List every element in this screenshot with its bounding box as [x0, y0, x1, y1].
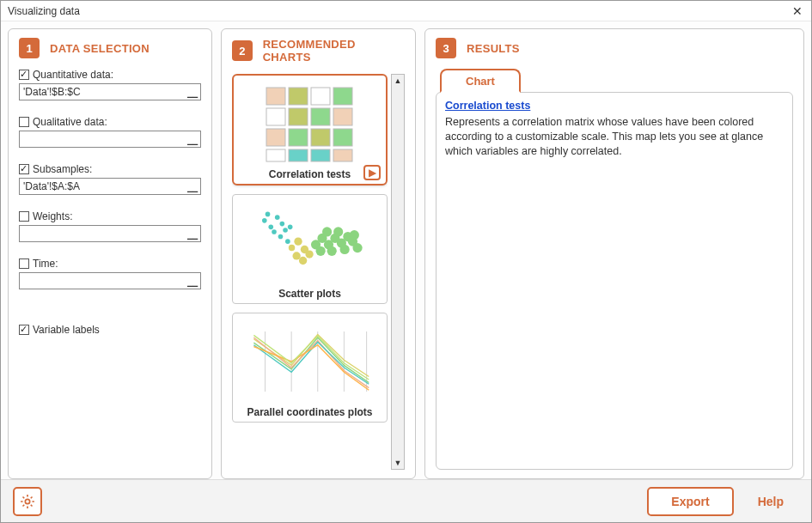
svg-rect-11 — [333, 129, 352, 146]
svg-rect-10 — [311, 129, 330, 146]
results-panel: 3 RESULTS Chart Correlation tests Repres… — [424, 28, 804, 479]
subsamples-checkbox[interactable] — [19, 164, 29, 174]
svg-point-17 — [268, 225, 273, 230]
results-tabbar: Chart — [436, 69, 793, 93]
quantitative-input[interactable]: 'Data'!$B:$C ▁▁ — [19, 83, 201, 100]
time-field: Time: ▁▁ — [19, 258, 201, 289]
quantitative-range-picker-icon[interactable]: ▁▁ — [185, 84, 200, 100]
panel-title-selection: DATA SELECTION — [50, 42, 150, 55]
svg-point-25 — [285, 239, 290, 244]
svg-rect-9 — [289, 129, 308, 146]
svg-point-45 — [349, 230, 358, 240]
svg-rect-2 — [311, 88, 330, 105]
help-button[interactable]: Help — [742, 489, 799, 514]
scroll-track[interactable] — [392, 87, 404, 457]
window-title: Visualizing data — [6, 5, 789, 17]
svg-point-26 — [288, 245, 294, 251]
scroll-down-icon[interactable]: ▼ — [392, 457, 404, 469]
weights-label-row: Weights: — [19, 210, 201, 222]
svg-point-18 — [265, 212, 270, 217]
time-range-picker-icon[interactable]: ▁▁ — [185, 273, 200, 289]
svg-rect-8 — [266, 129, 285, 146]
quantitative-label: Quantitative data: — [33, 69, 113, 81]
chart-card-correlation[interactable]: Correlation tests ▶ — [232, 74, 388, 185]
varlabels-label: Variable labels — [33, 324, 100, 336]
chart-card-scatter[interactable]: Scatter plots — [232, 194, 388, 304]
results-description: Represents a correlation matrix whose va… — [445, 115, 784, 159]
svg-rect-12 — [266, 149, 285, 161]
parallel-thumb — [250, 319, 370, 404]
svg-point-38 — [327, 246, 336, 256]
step-badge-1: 1 — [19, 38, 40, 58]
correlation-caption: Correlation tests — [269, 167, 351, 180]
scatter-thumb — [250, 200, 370, 286]
panel-title-results: RESULTS — [467, 42, 520, 55]
subsamples-field: Subsamples: 'Data'!$A:$A ▁▁ — [19, 163, 201, 195]
svg-point-24 — [287, 225, 292, 230]
quantitative-label-row: Quantitative data: — [19, 69, 201, 81]
weights-input[interactable]: ▁▁ — [19, 225, 201, 242]
svg-point-21 — [279, 222, 284, 227]
settings-button[interactable] — [13, 487, 42, 516]
content-area: 1 DATA SELECTION Quantitative data: 'Dat… — [1, 21, 811, 479]
svg-rect-13 — [289, 149, 308, 161]
svg-rect-3 — [333, 88, 352, 105]
qualitative-range-picker-icon[interactable]: ▁▁ — [185, 131, 200, 147]
qualitative-field: Qualitative data: ▁▁ — [19, 116, 201, 148]
svg-rect-15 — [333, 149, 352, 161]
apply-correlation-icon[interactable]: ▶ — [363, 165, 381, 180]
weights-checkbox[interactable] — [19, 211, 29, 222]
svg-point-31 — [298, 257, 306, 265]
svg-rect-5 — [289, 108, 308, 125]
step-badge-2: 2 — [232, 40, 253, 61]
time-input[interactable]: ▁▁ — [19, 272, 201, 289]
chart-scroll-area: Correlation tests ▶ — [232, 74, 388, 470]
svg-point-34 — [315, 246, 325, 256]
close-icon[interactable]: ✕ — [789, 3, 806, 20]
svg-point-29 — [292, 252, 300, 259]
qualitative-label-row: Qualitative data: — [19, 116, 201, 128]
visualizing-data-window: Visualizing data ✕ 1 DATA SELECTION Quan… — [0, 0, 812, 523]
svg-rect-14 — [311, 149, 330, 161]
panel-header: 3 RESULTS — [436, 38, 793, 58]
footer: Export Help — [1, 479, 811, 522]
correlation-tests-link[interactable]: Correlation tests — [445, 100, 530, 112]
export-button[interactable]: Export — [647, 487, 733, 516]
svg-point-22 — [283, 228, 288, 233]
svg-point-40 — [333, 227, 343, 236]
subsamples-range-picker-icon[interactable]: ▁▁ — [185, 179, 200, 194]
qualitative-label: Qualitative data: — [33, 116, 107, 128]
time-label-row: Time: — [19, 258, 201, 270]
varlabels-checkbox[interactable] — [19, 325, 29, 335]
subsamples-label-row: Subsamples: — [19, 163, 201, 175]
correlation-thumb — [250, 81, 370, 167]
recommended-charts-panel: 2 RECOMMENDED CHARTS — [221, 28, 416, 479]
chart-card-parallel[interactable]: Parallel coordinates plots — [232, 313, 388, 423]
quantitative-field: Quantitative data: 'Data'!$B:$C ▁▁ — [19, 69, 201, 100]
svg-point-16 — [262, 218, 267, 223]
tab-chart[interactable]: Chart — [440, 69, 521, 93]
svg-point-27 — [294, 237, 302, 245]
scatter-caption: Scatter plots — [278, 286, 341, 300]
qualitative-input[interactable]: ▁▁ — [19, 131, 201, 148]
scroll-up-icon[interactable]: ▲ — [392, 75, 404, 87]
svg-point-19 — [274, 215, 279, 220]
weights-range-picker-icon[interactable]: ▁▁ — [185, 226, 200, 241]
varlabels-row: Variable labels — [19, 324, 201, 336]
time-checkbox[interactable] — [19, 258, 29, 269]
subsamples-input[interactable]: 'Data'!$A:$A ▁▁ — [19, 178, 201, 195]
data-selection-panel: 1 DATA SELECTION Quantitative data: 'Dat… — [8, 28, 212, 479]
svg-point-23 — [278, 234, 283, 240]
panel-header: 1 DATA SELECTION — [19, 38, 201, 58]
svg-rect-6 — [311, 108, 330, 125]
panel-header: 2 RECOMMENDED CHARTS — [232, 38, 405, 64]
chart-list: Correlation tests ▶ — [232, 74, 405, 470]
quantitative-checkbox[interactable] — [19, 70, 29, 80]
charts-scrollbar[interactable]: ▲ ▼ — [391, 74, 405, 470]
quantitative-value: 'Data'!$B:$C — [20, 86, 185, 98]
results-content: Correlation tests Represents a correlati… — [436, 92, 793, 470]
subsamples-label: Subsamples: — [33, 163, 92, 175]
step-badge-3: 3 — [436, 38, 456, 58]
svg-point-20 — [272, 229, 277, 234]
qualitative-checkbox[interactable] — [19, 117, 29, 127]
